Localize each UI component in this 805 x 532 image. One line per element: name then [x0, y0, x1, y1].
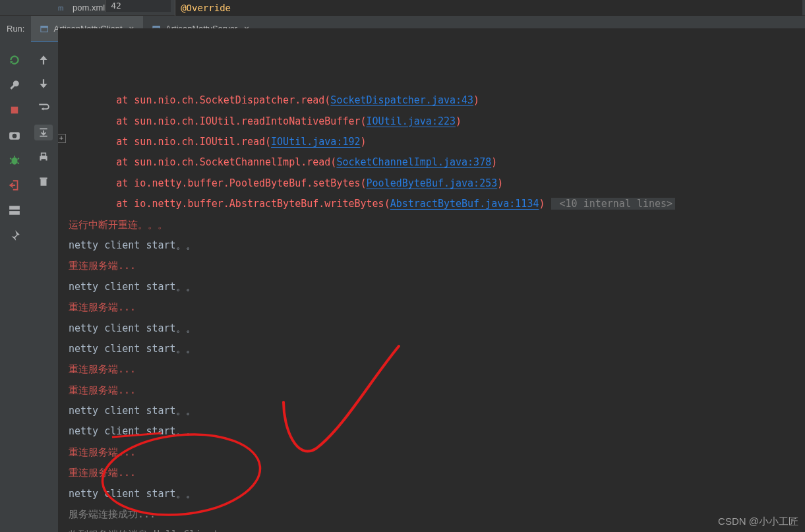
console-line: netty client start。。: [69, 339, 805, 359]
console-line: 重连服务端...: [69, 256, 805, 276]
svg-rect-12: [43, 79, 44, 84]
file-name: pom.xml: [73, 3, 105, 13]
run-tool-window: + at sun.nio.ch.SocketDispatcher.read(So…: [0, 42, 805, 532]
svg-rect-15: [42, 159, 46, 162]
svg-rect-11: [43, 59, 44, 65]
stacktrace-line: at sun.nio.ch.SocketDispatcher.read(Sock…: [69, 90, 805, 111]
source-link[interactable]: IOUtil.java:223: [367, 115, 456, 127]
console-line: 服务端连接成功...: [69, 504, 805, 525]
stacktrace-line: at sun.nio.ch.IOUtil.read(IOUtil.java:19…: [69, 132, 805, 152]
source-link[interactable]: AbstractByteBuf.java:1134: [390, 198, 539, 210]
console-line: 收到服务端的消息:HelloClient: [69, 525, 805, 532]
bug-icon[interactable]: [8, 154, 21, 167]
console-line: 重连服务端...: [69, 297, 805, 318]
svg-point-7: [13, 134, 17, 138]
camera-icon[interactable]: [8, 129, 21, 142]
watermark: CSDN @小小工匠: [718, 516, 798, 528]
run-label: Run:: [0, 24, 31, 34]
console-actions-gutter: [29, 42, 58, 532]
line-number-indicator: 42: [105, 0, 171, 12]
console-line: netty client start。。: [69, 401, 805, 421]
layout-icon[interactable]: [8, 204, 21, 217]
console-line: 重连服务端...: [69, 359, 805, 380]
stacktrace-line: at sun.nio.ch.IOUtil.readIntoNativeBuffe…: [69, 111, 805, 132]
expand-fold-icon[interactable]: +: [58, 134, 66, 143]
run-actions-gutter: [0, 42, 29, 532]
svg-rect-17: [40, 177, 47, 179]
console-line: netty client start。。: [69, 318, 805, 339]
file-tab[interactable]: m pom.xml: [58, 3, 105, 13]
top-editor-strip: m pom.xml 42 @Override: [0, 0, 805, 16]
stop-icon[interactable]: [8, 103, 21, 117]
console-line: 重连服务端...: [69, 380, 805, 401]
pin-icon[interactable]: [8, 229, 21, 242]
stacktrace-line: at io.netty.buffer.AbstractByteBuf.write…: [69, 194, 805, 214]
print-icon[interactable]: [37, 151, 50, 164]
up-arrow-icon[interactable]: [37, 53, 50, 67]
rerun-icon[interactable]: [8, 53, 21, 67]
svg-rect-4: [153, 26, 160, 28]
console-line: 重连服务端...: [69, 442, 805, 463]
source-link[interactable]: SocketChannelImpl.java:378: [336, 156, 491, 168]
svg-point-8: [12, 158, 18, 165]
run-config-icon: [40, 24, 49, 34]
source-link[interactable]: IOUtil.java:192: [271, 136, 360, 148]
svg-rect-2: [41, 26, 48, 28]
console-line: netty client start。。: [69, 421, 805, 442]
console-line: 运行中断开重连。。。: [69, 215, 805, 235]
svg-rect-9: [9, 206, 20, 210]
xml-file-icon: m: [58, 3, 69, 13]
svg-rect-16: [41, 179, 47, 186]
svg-text:m: m: [58, 5, 63, 12]
wrench-icon[interactable]: [8, 78, 21, 92]
console-line: 重连服务端...: [69, 463, 805, 483]
trash-icon[interactable]: [37, 175, 50, 188]
down-arrow-icon[interactable]: [37, 77, 50, 90]
console-line: netty client start。。: [69, 235, 805, 256]
stacktrace-line: at io.netty.buffer.PooledByteBuf.setByte…: [69, 173, 805, 194]
folded-lines-badge[interactable]: <10 internal lines>: [551, 198, 676, 210]
scroll-to-end-icon[interactable]: [34, 125, 53, 140]
svg-rect-14: [42, 153, 46, 156]
source-link[interactable]: SocketDispatcher.java:43: [330, 94, 473, 106]
svg-rect-10: [9, 211, 20, 215]
console-output[interactable]: + at sun.nio.ch.SocketDispatcher.read(So…: [58, 28, 805, 532]
console-line: netty client start。。: [69, 277, 805, 297]
editor-snippet: @Override: [175, 0, 802, 16]
soft-wrap-icon[interactable]: [37, 101, 50, 114]
svg-rect-5: [11, 107, 18, 114]
stacktrace-line: at sun.nio.ch.SocketChannelImpl.read(Soc…: [69, 152, 805, 173]
console-line: netty client start。。: [69, 484, 805, 504]
exit-icon[interactable]: [8, 179, 21, 192]
source-link[interactable]: PooledByteBuf.java:253: [367, 177, 498, 189]
